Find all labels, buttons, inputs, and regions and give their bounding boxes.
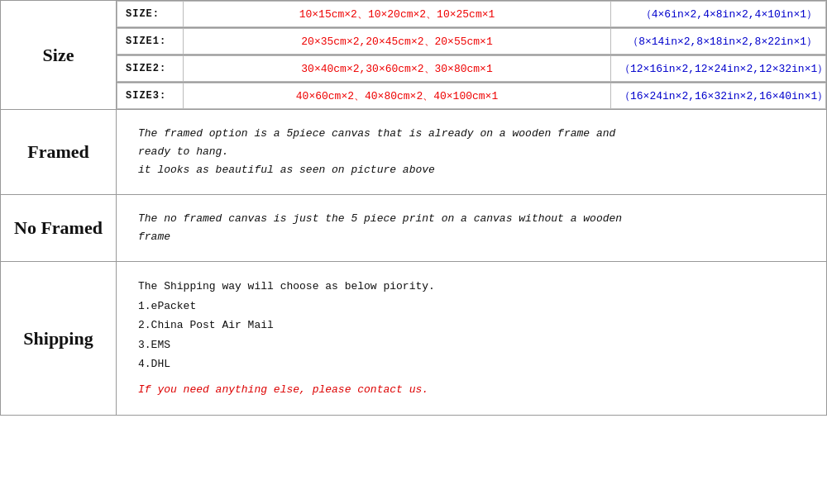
size-row-1: SIZE1: 20×35cm×2,20×45cm×2、20×55cm×1 （8×… bbox=[117, 28, 827, 55]
shipping-label: Shipping bbox=[1, 262, 117, 415]
size-section-row-3: SIZE3: 40×60cm×2、40×80cm×2、40×100cm×1 （1… bbox=[1, 83, 827, 110]
size-row-3-imperial: （16×24in×2,16×32in×2,16×40in×1） bbox=[611, 83, 826, 109]
size-row-2-name: SIZE2: bbox=[117, 56, 184, 82]
shipping-item-3: 4.DHL bbox=[138, 354, 805, 373]
size-row-2-imperial: （12×16in×2,12×24in×2,12×32in×1） bbox=[611, 56, 826, 82]
size-section-row: Size SIZE: 10×15cm×2、10×20cm×2、10×25cm×1… bbox=[1, 1, 827, 28]
size-row-0-imperial: （4×6in×2,4×8in×2,4×10in×1） bbox=[611, 2, 826, 27]
size-row-2-metric: 30×40cm×2,30×60cm×2、30×80cm×1 bbox=[184, 56, 611, 82]
size-label: Size bbox=[1, 1, 117, 110]
shipping-section-row: Shipping The Shipping way will choose as… bbox=[1, 262, 827, 415]
size-row-3-name: SIZE3: bbox=[117, 83, 184, 109]
size-row-0: SIZE: 10×15cm×2、10×20cm×2、10×25cm×1 （4×6… bbox=[117, 1, 827, 28]
framed-line3: it looks as beautiful as seen on picture… bbox=[138, 164, 435, 176]
size-row-3: SIZE3: 40×60cm×2、40×80cm×2、40×100cm×1 （1… bbox=[117, 83, 827, 110]
no-framed-line2: frame bbox=[138, 231, 170, 243]
no-framed-content: The no framed canvas is just the 5 piece… bbox=[127, 202, 816, 254]
framed-label: Framed bbox=[1, 110, 117, 195]
size-row-3-metric: 40×60cm×2、40×80cm×2、40×100cm×1 bbox=[184, 83, 611, 109]
framed-content: The framed option is a 5piece canvas tha… bbox=[127, 116, 816, 188]
framed-content-cell: The framed option is a 5piece canvas tha… bbox=[117, 110, 827, 195]
shipping-intro: The Shipping way will choose as below pi… bbox=[138, 277, 805, 296]
size-row-1-metric: 20×35cm×2,20×45cm×2、20×55cm×1 bbox=[184, 29, 611, 55]
shipping-item-1: 2.China Post Air Mail bbox=[138, 316, 805, 335]
size-row-1-imperial: （8×14in×2,8×18in×2,8×22in×1） bbox=[611, 29, 826, 55]
shipping-content: The Shipping way will choose as below pi… bbox=[127, 269, 816, 407]
no-framed-section-row: No Framed The no framed canvas is just t… bbox=[1, 195, 827, 262]
no-framed-content-cell: The no framed canvas is just the 5 piece… bbox=[117, 195, 827, 262]
framed-section-row: Framed The framed option is a 5piece can… bbox=[1, 110, 827, 195]
shipping-content-cell: The Shipping way will choose as below pi… bbox=[117, 262, 827, 415]
no-framed-label: No Framed bbox=[1, 195, 117, 262]
main-table: Size SIZE: 10×15cm×2、10×20cm×2、10×25cm×1… bbox=[0, 0, 827, 416]
size-section-row-1: SIZE1: 20×35cm×2,20×45cm×2、20×55cm×1 （8×… bbox=[1, 28, 827, 55]
shipping-item-2: 3.EMS bbox=[138, 335, 805, 354]
size-row-1-name: SIZE1: bbox=[117, 29, 184, 55]
framed-line2: ready to hang. bbox=[138, 145, 228, 158]
size-row-0-metric: 10×15cm×2、10×20cm×2、10×25cm×1 bbox=[184, 2, 611, 27]
size-row-0-name: SIZE: bbox=[117, 2, 184, 27]
no-framed-line1: The no framed canvas is just the 5 piece… bbox=[138, 212, 622, 225]
shipping-note: If you need anything else, please contac… bbox=[138, 380, 805, 399]
size-section-row-2: SIZE2: 30×40cm×2,30×60cm×2、30×80cm×1 （12… bbox=[1, 55, 827, 83]
shipping-item-0: 1.ePacket bbox=[138, 297, 805, 316]
size-row-2: SIZE2: 30×40cm×2,30×60cm×2、30×80cm×1 （12… bbox=[117, 55, 827, 83]
framed-line1: The framed option is a 5piece canvas tha… bbox=[138, 127, 615, 140]
